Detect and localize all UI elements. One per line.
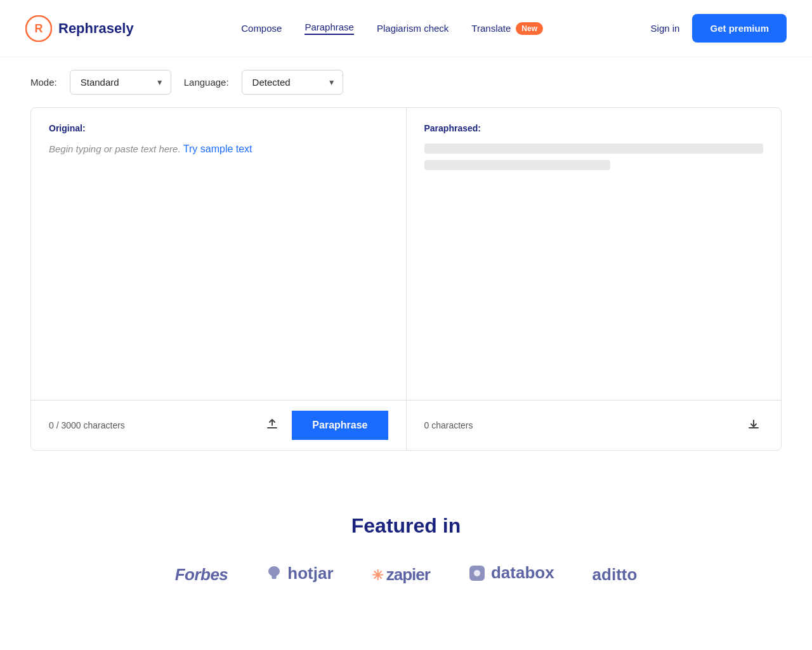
featured-title: Featured in bbox=[30, 514, 782, 538]
get-premium-button[interactable]: Get premium bbox=[692, 14, 787, 43]
logo-icon: R bbox=[25, 15, 52, 42]
original-panel: Original: Begin typing or paste text her… bbox=[31, 108, 407, 400]
download-icon bbox=[747, 417, 761, 431]
toolbar: Mode: Standard Fluency Creative Formal ▼… bbox=[0, 57, 812, 107]
logo[interactable]: R Rephrasely bbox=[25, 15, 134, 42]
footer-left: 0 / 3000 characters Paraphrase bbox=[31, 401, 407, 450]
aditto-logo: aditto bbox=[593, 565, 638, 585]
mode-select[interactable]: Standard Fluency Creative Formal bbox=[70, 70, 171, 95]
header: R Rephrasely Compose Paraphrase Plagiari… bbox=[0, 0, 812, 57]
svg-rect-2 bbox=[267, 427, 277, 428]
editor-panels: Original: Begin typing or paste text her… bbox=[31, 108, 781, 400]
svg-text:R: R bbox=[35, 22, 43, 35]
paraphrased-panel: Paraphrased: bbox=[407, 108, 782, 400]
hotjar-icon bbox=[266, 565, 282, 581]
header-actions: Sign in Get premium bbox=[651, 14, 787, 43]
upload-button[interactable] bbox=[263, 415, 282, 437]
logo-text: Rephrasely bbox=[58, 20, 134, 37]
new-badge: New bbox=[516, 22, 543, 35]
nav-compose[interactable]: Compose bbox=[241, 23, 282, 34]
footer-right: 0 characters bbox=[407, 401, 782, 450]
editor-footer: 0 / 3000 characters Paraphrase 0 charact… bbox=[31, 400, 781, 450]
featured-logos: Forbes hotjar ✳ zapier databox adit bbox=[30, 563, 782, 587]
try-sample-text-link[interactable]: Try sample text bbox=[183, 143, 252, 154]
paraphrased-skeleton bbox=[424, 143, 764, 170]
mode-select-wrapper: Standard Fluency Creative Formal ▼ bbox=[70, 70, 171, 95]
skeleton-line-2 bbox=[424, 160, 611, 170]
original-placeholder-text: Begin typing or paste text here. Try sam… bbox=[49, 143, 388, 155]
main-nav: Compose Paraphrase Plagiarism check Tran… bbox=[241, 22, 543, 35]
featured-section: Featured in Forbes hotjar ✳ zapier datab… bbox=[0, 489, 812, 612]
svg-rect-5 bbox=[753, 420, 754, 426]
download-button[interactable] bbox=[744, 415, 763, 437]
sign-in-link[interactable]: Sign in bbox=[651, 23, 680, 34]
upload-icon bbox=[265, 417, 279, 431]
language-select[interactable]: Detected English Spanish French bbox=[242, 70, 343, 95]
skeleton-line-1 bbox=[424, 143, 764, 154]
hotjar-logo: hotjar bbox=[266, 564, 333, 587]
language-label: Language: bbox=[184, 77, 229, 88]
forbes-logo: Forbes bbox=[175, 565, 228, 585]
original-label: Original: bbox=[49, 123, 388, 133]
databox-icon bbox=[468, 564, 486, 582]
databox-logo: databox bbox=[468, 563, 554, 587]
svg-rect-4 bbox=[749, 427, 759, 428]
language-select-wrapper: Detected English Spanish French ▼ bbox=[242, 70, 343, 95]
zapier-logo: ✳ zapier bbox=[372, 565, 430, 585]
nav-plagiarism-check[interactable]: Plagiarism check bbox=[377, 23, 449, 34]
mode-label: Mode: bbox=[30, 77, 57, 88]
nav-translate[interactable]: Translate New bbox=[471, 22, 543, 35]
paraphrase-button[interactable]: Paraphrase bbox=[292, 411, 388, 440]
editor-container: Original: Begin typing or paste text her… bbox=[30, 107, 782, 451]
paraphrased-label: Paraphrased: bbox=[424, 123, 764, 133]
svg-point-7 bbox=[474, 570, 480, 576]
nav-paraphrase[interactable]: Paraphrase bbox=[304, 22, 354, 35]
char-count: 0 / 3000 characters bbox=[49, 420, 252, 430]
output-char-count: 0 characters bbox=[424, 420, 745, 430]
